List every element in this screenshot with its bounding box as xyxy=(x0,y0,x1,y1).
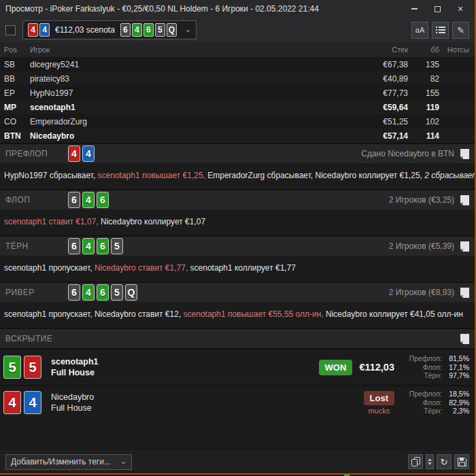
empty-area xyxy=(0,419,475,450)
note-checkbox[interactable] xyxy=(460,195,469,205)
player-name: dicegrey5241 xyxy=(30,60,350,69)
card-6-club: 6 xyxy=(97,238,109,254)
note-checkbox[interactable] xyxy=(460,241,469,252)
player-name: scenotaph1 xyxy=(51,356,98,367)
note-checkbox[interactable] xyxy=(460,334,469,344)
street-pot-info: 2 Игроков (€8,93) xyxy=(389,288,454,297)
action-text: scenotaph1 пропускает, Nicedaybro ставит… xyxy=(4,309,184,319)
player-name: Nicedaybro xyxy=(51,392,94,403)
equity-value: 18,5% xyxy=(447,390,469,398)
card-4-heart: 4 xyxy=(28,23,38,37)
player-position: CO xyxy=(4,117,30,126)
equity-value: 81,5% xyxy=(447,354,469,363)
street-section: ТЁРН64652 Игроков (€5,39)scenotaph1 проп… xyxy=(0,235,475,282)
minimize-button[interactable] xyxy=(408,3,420,15)
table-row[interactable]: MPscenotaph1€59,64119 xyxy=(0,100,475,114)
hand-checkbox[interactable] xyxy=(5,25,16,35)
player-position: BTN xyxy=(4,131,30,141)
action-text: HypNo1997 сбрасывает, xyxy=(4,171,98,180)
font-size-button[interactable]: aA xyxy=(411,22,428,39)
won-badge: WON xyxy=(319,360,353,375)
card-5-spade: 5 xyxy=(111,238,123,254)
card-6-spade: 6 xyxy=(68,238,80,254)
close-button[interactable]: ✕ xyxy=(454,3,466,15)
player-stack: €51,25 xyxy=(350,117,408,126)
list-icon xyxy=(436,26,445,34)
street-pot-info: Сдано Nicedaybro в BTN xyxy=(361,149,454,158)
table-row[interactable]: BTNNicedaybro€57,14114 xyxy=(0,129,475,143)
titlebar[interactable]: Просмотр - iPoker Farkaslyuk - €0,25/€0,… xyxy=(0,0,475,18)
hand-viewer-window: Просмотр - iPoker Farkaslyuk - €0,25/€0,… xyxy=(0,0,476,476)
copy-button[interactable] xyxy=(408,454,423,469)
list-view-button[interactable] xyxy=(432,22,449,39)
player-name: HypNo1997 xyxy=(30,88,350,98)
players-table-header: Pos Игрок Стек бб Нотсы xyxy=(0,42,475,57)
equity-label: Префлоп: xyxy=(404,390,442,398)
street-actions: scenotaph1 пропускает, Nicedaybro ставит… xyxy=(0,256,475,282)
street-header: РИВЕР6465Q2 Игроков (€8,93) xyxy=(0,282,475,302)
showdown-header: ВСКРЫТИЕ xyxy=(0,328,475,348)
pencil-icon: ✎ xyxy=(457,25,464,35)
equity-label: Тёрн: xyxy=(404,407,442,415)
card-4-diamond: 4 xyxy=(24,391,41,414)
result-block: WON€112,03 xyxy=(319,360,394,375)
showdown-player: scenotaph1Full House xyxy=(51,356,98,378)
hand-rank-name: Full House xyxy=(51,367,98,378)
card-5-club: 5 xyxy=(3,356,21,379)
card-4-club: 4 xyxy=(82,238,95,254)
table-row[interactable]: COEmperadorZurg€51,25102 xyxy=(0,114,475,129)
table-row[interactable]: EPHypNo1997€77,73155 xyxy=(0,86,475,100)
toolbar: 44 €112,03 scenota 6465Q ⌄ aA ✎ xyxy=(0,18,475,42)
street-header: ПРЕФЛОП44Сдано Nicedaybro в BTN xyxy=(0,143,475,163)
card-6-club: 6 xyxy=(97,192,109,208)
chevron-down-icon: ⌄ xyxy=(120,459,126,464)
column-header-stack: Стек xyxy=(350,46,408,54)
street-actions: HypNo1997 сбрасывает, scenotaph1 повышае… xyxy=(0,163,475,189)
street-pot-info: 2 Игроков (€3,25) xyxy=(389,195,454,205)
player-position: BB xyxy=(4,74,30,84)
card-4-diamond: 4 xyxy=(82,146,95,162)
player-bb: 102 xyxy=(408,117,439,126)
refresh-button[interactable]: ↻ xyxy=(437,454,452,469)
table-row[interactable]: BBpirateicy83€40,8982 xyxy=(0,71,475,86)
card-4-club: 4 xyxy=(82,284,95,301)
window-title: Просмотр - iPoker Farkaslyuk - €0,25/€0,… xyxy=(5,4,319,14)
hand-selector-label: €112,03 scenota xyxy=(55,25,115,35)
street-label: ТЁРН xyxy=(5,241,68,251)
column-header-notes: Нотсы xyxy=(439,46,469,54)
hand-selector-dropdown[interactable]: 44 €112,03 scenota 6465Q ⌄ xyxy=(22,20,197,39)
player-position: MP xyxy=(4,103,30,112)
player-name: EmperadorZurg xyxy=(30,117,350,126)
showdown-row[interactable]: 55scenotaph1Full HouseWON€112,03Префлоп:… xyxy=(0,348,475,385)
table-row[interactable]: SBdicegrey5241€67,38135 xyxy=(0,57,475,71)
player-name: scenotaph1 xyxy=(30,103,350,112)
note-checkbox[interactable] xyxy=(460,149,469,159)
arrow-down-icon xyxy=(428,462,432,465)
player-bb: 114 xyxy=(408,131,439,141)
player-name: Nicedaybro xyxy=(30,131,350,141)
copy-options-spinner[interactable] xyxy=(426,454,434,469)
showdown-row[interactable]: 44NicedaybroFull HouseLostmucksПрефлоп:1… xyxy=(0,385,475,419)
street-label: ФЛОП xyxy=(5,195,68,205)
showdown-cards: 44 xyxy=(3,391,44,414)
equity-value: 82,9% xyxy=(447,398,469,407)
tags-dropdown[interactable]: Добавить/Изменить теги... ⌄ xyxy=(5,454,132,470)
column-header-player: Игрок xyxy=(30,46,350,54)
copy-icon xyxy=(411,457,420,466)
action-text: scenotaph1 ставит €1,07, xyxy=(4,217,99,226)
player-stack: €59,64 xyxy=(350,103,408,112)
maximize-icon xyxy=(435,6,441,12)
edit-notes-button[interactable]: ✎ xyxy=(452,22,469,39)
maximize-button[interactable] xyxy=(431,3,443,15)
save-button[interactable] xyxy=(454,454,469,469)
note-checkbox[interactable] xyxy=(460,288,469,298)
player-name: pirateicy83 xyxy=(30,74,350,84)
player-bb: 119 xyxy=(408,103,439,112)
street-cards: 6465 xyxy=(68,238,125,254)
showdown-label: ВСКРЫТИЕ xyxy=(5,334,52,343)
street-section: ПРЕФЛОП44Сдано Nicedaybro в BTNHypNo1997… xyxy=(0,143,475,189)
card-4-heart: 4 xyxy=(68,146,80,162)
street-cards: 6465Q xyxy=(68,284,139,301)
window-controls: ✕ xyxy=(408,3,469,15)
hero-cards: 44 xyxy=(28,23,50,37)
